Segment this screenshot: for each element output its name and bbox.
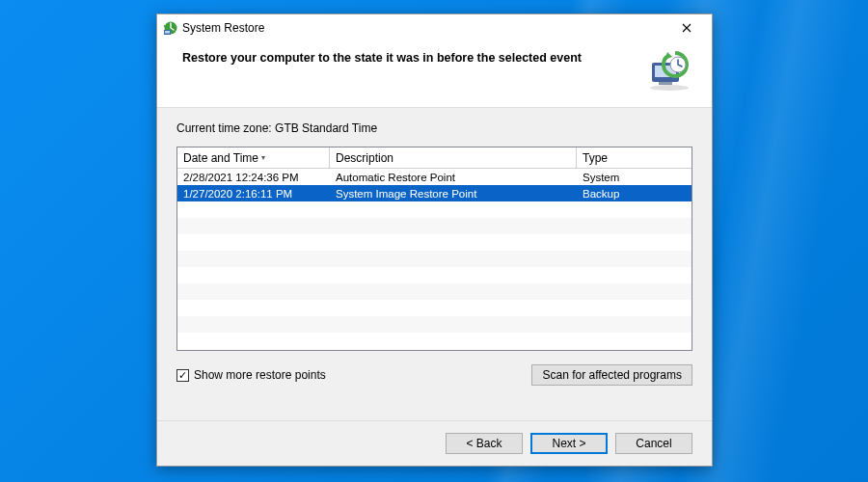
show-more-checkbox[interactable]: ✓ Show more restore points <box>176 368 326 382</box>
table-row[interactable]: 1/27/2020 2:16:11 PMSystem Image Restore… <box>177 185 692 201</box>
cancel-button[interactable]: Cancel <box>615 433 692 454</box>
cell-type: Backup <box>577 188 692 200</box>
close-icon <box>682 20 692 36</box>
wizard-footer: < Back Next > Cancel <box>157 420 712 466</box>
cell-date-time: 1/27/2020 2:16:11 PM <box>177 188 330 200</box>
column-description[interactable]: Description <box>330 147 577 168</box>
table-row-empty <box>177 234 692 251</box>
svg-point-3 <box>650 85 689 91</box>
wizard-header: Restore your computer to the state it wa… <box>157 41 712 108</box>
table-row-empty <box>177 283 692 300</box>
cell-type: System <box>577 172 692 183</box>
table-row-empty <box>177 316 692 333</box>
checkbox-box: ✓ <box>176 369 189 382</box>
show-more-label: Show more restore points <box>194 368 326 382</box>
cell-date-time: 2/28/2021 12:24:36 PM <box>177 172 330 183</box>
titlebar: System Restore <box>157 14 712 41</box>
next-button[interactable]: Next > <box>530 433 608 454</box>
table-row-empty <box>177 201 692 218</box>
table-body: 2/28/2021 12:24:36 PMAutomatic Restore P… <box>177 169 692 350</box>
below-table-row: ✓ Show more restore points Scan for affe… <box>176 364 692 386</box>
svg-rect-6 <box>659 82 672 85</box>
table-row-empty <box>177 267 692 283</box>
column-date-time[interactable]: Date and Time ▾ <box>177 147 330 168</box>
table-row-empty <box>177 218 692 234</box>
back-button[interactable]: < Back <box>446 433 523 454</box>
table-row-empty <box>177 300 692 316</box>
table-row[interactable]: 2/28/2021 12:24:36 PMAutomatic Restore P… <box>177 169 692 185</box>
scan-affected-button[interactable]: Scan for affected programs <box>531 364 692 386</box>
column-date-time-label: Date and Time <box>183 151 258 165</box>
column-type-label: Type <box>583 151 608 165</box>
window-title: System Restore <box>182 21 264 35</box>
table-row-empty <box>177 333 692 349</box>
restore-hero-icon <box>646 49 692 92</box>
table-header: Date and Time ▾ Description Type <box>177 147 692 169</box>
close-button[interactable] <box>667 16 706 40</box>
cell-description: System Image Restore Point <box>330 188 577 200</box>
system-restore-window: System Restore Restore your computer to … <box>156 13 713 467</box>
wizard-body: Current time zone: GTB Standard Time Dat… <box>157 108 712 420</box>
wizard-heading: Restore your computer to the state it wa… <box>182 49 635 65</box>
sort-descending-icon: ▾ <box>261 153 265 162</box>
cell-description: Automatic Restore Point <box>330 172 577 183</box>
restore-points-table: Date and Time ▾ Description Type 2/28/20… <box>176 147 692 351</box>
table-row-empty <box>177 251 692 267</box>
column-description-label: Description <box>336 151 393 165</box>
timezone-label: Current time zone: GTB Standard Time <box>176 121 692 135</box>
svg-rect-2 <box>165 31 170 34</box>
system-restore-icon <box>163 20 178 36</box>
column-type[interactable]: Type <box>577 147 692 168</box>
